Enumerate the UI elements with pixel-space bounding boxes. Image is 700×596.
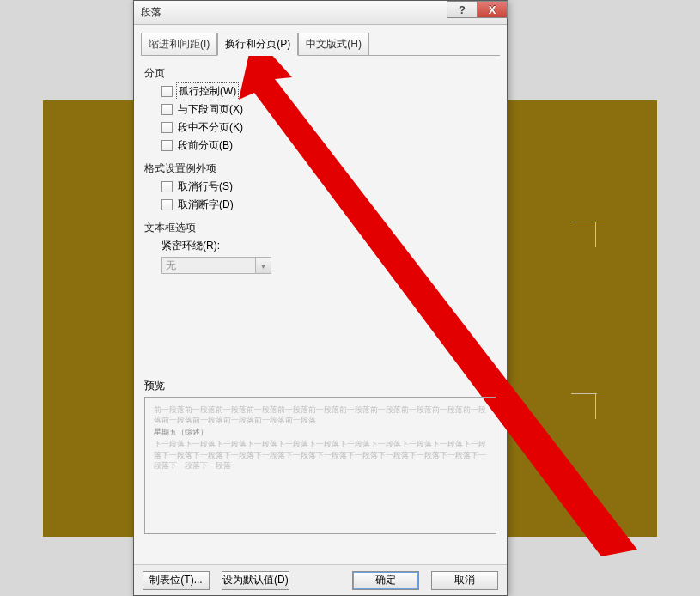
tab-indent-spacing[interactable]: 缩进和间距(I) <box>141 33 217 56</box>
guide-line <box>571 222 597 222</box>
section-paging-label: 分页 <box>141 64 500 82</box>
page-break-before-checkbox[interactable] <box>161 140 173 151</box>
cancel-button[interactable]: 取消 <box>431 571 498 590</box>
tabstops-button[interactable]: 制表位(T)... <box>143 571 210 590</box>
tight-wrap-label: 紧密环绕(R): <box>161 239 500 253</box>
paragraph-dialog: 段落 ? X 缩进和间距(I) 换行和分页(P) 中文版式(H) 分页 孤行控制… <box>133 0 508 596</box>
tab-line-page-breaks[interactable]: 换行和分页(P) <box>217 33 298 56</box>
no-hyphen-label[interactable]: 取消断字(D) <box>178 198 234 212</box>
tab-chinese-typography[interactable]: 中文版式(H) <box>298 33 369 56</box>
suppress-lineno-checkbox[interactable] <box>161 181 173 192</box>
page-break-before-label[interactable]: 段前分页(B) <box>178 138 233 153</box>
help-icon: ? <box>459 3 466 16</box>
preview-next-text: 下一段落下一段落下一段落下一段落下一段落下一段落下一段落下一段落下一段落下一段落… <box>154 439 487 470</box>
chevron-down-icon: ▾ <box>256 257 271 274</box>
titlebar: 段落 ? X <box>134 1 507 25</box>
set-default-button[interactable]: 设为默认值(D) <box>222 571 289 590</box>
tight-wrap-value: 无 <box>161 257 256 274</box>
keep-lines-checkbox[interactable] <box>161 122 173 133</box>
guide-line <box>595 222 596 247</box>
tab-content: 分页 孤行控制(W) 与下段同页(X) 段中不分页(K) 段前分页(B) 格式设… <box>141 55 500 538</box>
section-textbox-label: 文本框选项 <box>141 219 500 237</box>
tight-wrap-select[interactable]: 无 ▾ <box>161 257 500 274</box>
close-icon: X <box>489 3 496 16</box>
ok-button[interactable]: 确定 <box>352 571 419 590</box>
keep-with-next-checkbox[interactable] <box>161 104 173 115</box>
close-button[interactable]: X <box>477 1 508 18</box>
dialog-button-row: 制表位(T)... 设为默认值(D) 确定 取消 <box>134 564 507 595</box>
preview-box: 前一段落前一段落前一段落前一段落前一段落前一段落前一段落前一段落前一段落前一段落… <box>144 397 496 534</box>
dialog-title: 段落 <box>141 5 161 20</box>
preview-prev-text: 前一段落前一段落前一段落前一段落前一段落前一段落前一段落前一段落前一段落前一段落… <box>154 404 487 425</box>
help-button[interactable]: ? <box>447 1 478 18</box>
checkbox-row-pagebefore: 段前分页(B) <box>141 137 500 155</box>
widow-control-checkbox[interactable] <box>161 86 173 97</box>
widow-control-label[interactable]: 孤行控制(W) <box>178 84 237 99</box>
suppress-lineno-label[interactable]: 取消行号(S) <box>178 179 233 194</box>
keep-with-next-label[interactable]: 与下段同页(X) <box>178 102 243 117</box>
preview-current-text: 星期五（综述） <box>154 427 487 437</box>
guide-line <box>595 393 596 419</box>
checkbox-row-nolineno: 取消行号(S) <box>141 178 500 196</box>
checkbox-row-keeplines: 段中不分页(K) <box>141 119 500 137</box>
checkbox-row-nohyphen: 取消断字(D) <box>141 196 500 214</box>
keep-lines-label[interactable]: 段中不分页(K) <box>178 120 243 135</box>
section-format-except-label: 格式设置例外项 <box>141 160 500 178</box>
checkbox-row-keepnext: 与下段同页(X) <box>141 100 500 119</box>
no-hyphen-checkbox[interactable] <box>161 199 173 210</box>
guide-line <box>571 393 597 394</box>
checkbox-row-widow: 孤行控制(W) <box>141 82 500 100</box>
preview-label: 预览 <box>144 379 496 393</box>
tab-bar: 缩进和间距(I) 换行和分页(P) 中文版式(H) <box>134 25 507 55</box>
